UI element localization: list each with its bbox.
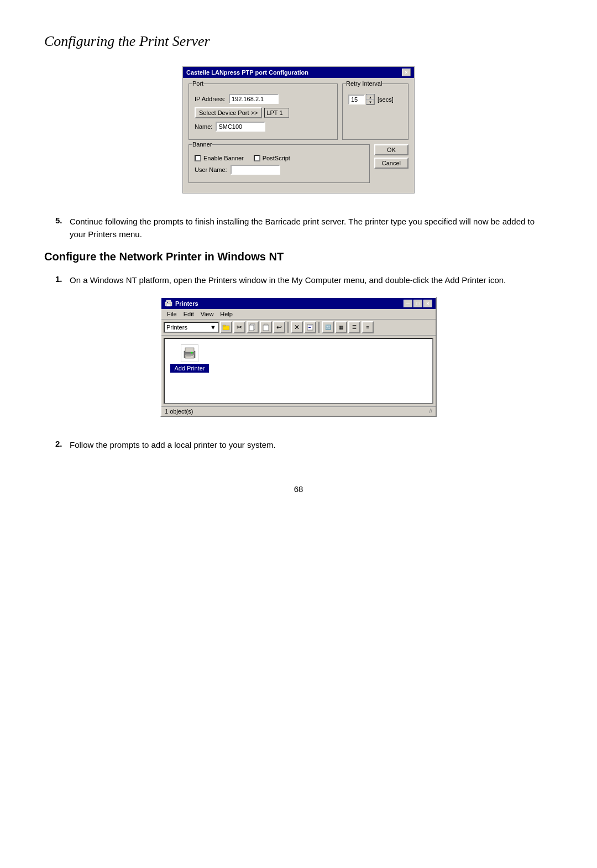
banner-section: Banner Enable Banner PostScript — [188, 144, 370, 187]
lanpress-title: Castelle LANpress PTP port Configuration — [186, 69, 308, 76]
toolbar-btn-undo[interactable]: ↩ — [273, 321, 285, 333]
retry-row: ▲ ▼ [secs] — [348, 94, 402, 105]
printers-titlebar-left: Printers — [165, 300, 198, 307]
groups-row: Port IP Address: Select Device Port >> N… — [188, 83, 409, 144]
spinner-down[interactable]: ▼ — [366, 100, 374, 104]
printers-minimize-button[interactable]: ─ — [404, 300, 412, 307]
enable-banner-label[interactable]: Enable Banner — [195, 155, 244, 161]
printers-statusbar: 1 object(s) // — [161, 406, 436, 416]
svg-rect-15 — [185, 354, 194, 358]
svg-rect-1 — [166, 300, 171, 302]
lpt-input[interactable] — [264, 108, 289, 118]
printers-title: Printers — [175, 300, 198, 307]
svg-rect-9 — [263, 325, 269, 331]
svg-rect-16 — [186, 355, 193, 356]
user-name-input[interactable] — [231, 165, 280, 175]
toolbar-combo-text: Printers — [166, 324, 187, 331]
ip-row: IP Address: — [195, 94, 332, 104]
step5-text: Continue following the prompts to finish… — [70, 216, 553, 240]
toolbar-btn-largeicon[interactable]: 🔠 — [322, 321, 334, 333]
cancel-button[interactable]: Cancel — [374, 158, 409, 169]
toolbar-btn-smallicon[interactable]: ▦ — [335, 321, 347, 333]
step1-item: 1. On a Windows NT platform, open the Pr… — [44, 274, 553, 287]
printers-close-button[interactable]: × — [423, 300, 432, 307]
name-input[interactable] — [216, 122, 265, 132]
page-number: 68 — [44, 484, 553, 494]
add-printer-icon — [181, 344, 198, 362]
toolbar-separator2 — [318, 322, 320, 333]
name-label: Name: — [195, 123, 212, 130]
svg-rect-11 — [308, 326, 312, 326]
spinner-arrows: ▲ ▼ — [366, 94, 375, 105]
spinner-up[interactable]: ▲ — [366, 95, 374, 100]
page-title: Configuring the Print Server — [44, 33, 553, 50]
details-symbol: ≡ — [366, 325, 369, 330]
lanpress-dialog: Castelle LANpress PTP port Configuration… — [182, 66, 415, 194]
select-device-button[interactable]: Select Device Port >> — [195, 107, 262, 118]
status-text: 1 object(s) — [165, 408, 193, 415]
menu-edit[interactable]: Edit — [180, 310, 197, 318]
menu-view[interactable]: View — [197, 310, 217, 318]
toolbar-combo-arrow: ▼ — [210, 324, 216, 331]
toolbar-btn-properties[interactable] — [304, 321, 316, 333]
add-printer-item[interactable]: Add Printer — [170, 344, 209, 373]
name-row: Name: — [195, 122, 332, 132]
printers-toolbar: Printers ▼ ✂ — [161, 320, 436, 336]
printers-titlebar-buttons: ─ □ × — [404, 300, 432, 307]
toolbar-btn-cut[interactable]: ✂ — [233, 321, 245, 333]
printer-svg-icon — [182, 346, 197, 361]
printers-dialog-wrapper: Printers ─ □ × File Edit View Help Print… — [44, 297, 553, 417]
enable-banner-checkbox[interactable] — [195, 155, 201, 161]
step5-item: 5. Continue following the prompts to fin… — [44, 216, 553, 240]
step2-number: 2. — [55, 439, 64, 452]
ip-address-label: IP Address: — [195, 96, 226, 102]
svg-rect-12 — [308, 327, 311, 328]
toolbar-btn-copy[interactable] — [247, 321, 259, 333]
resize-handle[interactable]: // — [429, 408, 432, 414]
copy-icon — [249, 323, 256, 331]
lanpress-titlebar: Castelle LANpress PTP port Configuration… — [183, 67, 414, 78]
select-device-row: Select Device Port >> — [195, 107, 332, 118]
ip-address-input[interactable] — [229, 94, 279, 104]
postscript-checkbox[interactable] — [254, 155, 260, 161]
ok-button[interactable]: OK — [374, 144, 409, 155]
svg-rect-17 — [186, 357, 191, 357]
toolbar-btn-details[interactable]: ≡ — [362, 321, 374, 333]
large-icon-symbol: 🔠 — [325, 325, 331, 330]
small-icon-symbol: ▦ — [339, 325, 344, 330]
printers-menubar: File Edit View Help — [161, 309, 436, 320]
ok-cancel-buttons: OK Cancel — [374, 144, 409, 169]
toolbar-btn-folder[interactable] — [220, 321, 232, 333]
printers-maximize-button[interactable]: □ — [413, 300, 422, 307]
printers-content: Add Printer — [164, 338, 433, 404]
banner-group: Banner Enable Banner PostScript — [188, 144, 370, 183]
retry-input[interactable] — [348, 95, 365, 104]
retry-unit-label: [secs] — [378, 96, 394, 103]
close-button[interactable]: × — [402, 69, 411, 76]
svg-point-18 — [191, 352, 193, 353]
printers-titlebar: Printers ─ □ × — [161, 298, 436, 309]
retry-spinner: ▲ ▼ [secs] — [348, 94, 397, 105]
menu-file[interactable]: File — [164, 310, 180, 318]
step1-text: On a Windows NT platform, open the Print… — [70, 274, 506, 287]
toolbar-btn-delete[interactable]: ✕ — [291, 321, 303, 333]
printer-title-icon — [165, 300, 172, 307]
paste-icon — [262, 323, 270, 331]
printers-dialog: Printers ─ □ × File Edit View Help Print… — [160, 297, 437, 417]
postscript-label[interactable]: PostScript — [254, 155, 290, 161]
list-symbol: ☰ — [352, 325, 357, 330]
banner-checkboxes-row: Enable Banner PostScript — [195, 155, 364, 161]
add-printer-label: Add Printer — [170, 364, 209, 373]
svg-rect-7 — [249, 325, 254, 331]
toolbar-btn-paste[interactable] — [260, 321, 272, 333]
toolbar-btn-list[interactable]: ☰ — [348, 321, 360, 333]
step2-text: Follow the prompts to add a local printe… — [70, 439, 276, 452]
port-group: Port IP Address: Select Device Port >> N… — [188, 83, 338, 140]
toolbar-combo[interactable]: Printers ▼ — [164, 322, 219, 333]
bottom-section: Banner Enable Banner PostScript — [188, 144, 409, 187]
section2-heading: Configure the Network Printer in Windows… — [44, 250, 553, 263]
menu-help[interactable]: Help — [217, 310, 236, 318]
step2-item: 2. Follow the prompts to add a local pri… — [44, 439, 553, 452]
svg-rect-14 — [185, 348, 194, 352]
banner-group-label: Banner — [192, 141, 212, 148]
